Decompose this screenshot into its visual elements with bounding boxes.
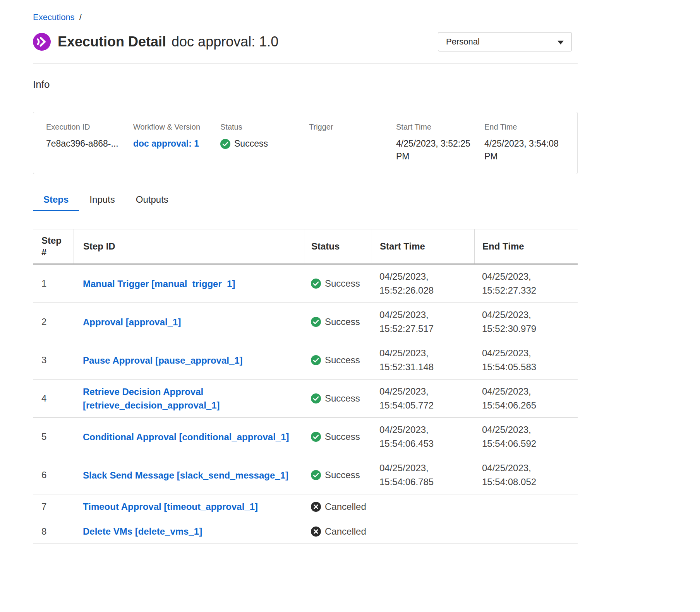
table-row: 5 Conditional Approval [conditional_appr… xyxy=(33,418,578,456)
table-row: 4 Retrieve Decision Approval [retrieve_d… xyxy=(33,380,578,418)
start-time-value: 4/25/2023, 3:52:25 PM xyxy=(396,137,479,163)
header-start-time: Start Time xyxy=(372,229,474,263)
step-status: Cancelled xyxy=(311,526,372,537)
step-id-link[interactable]: Manual Trigger [manual_trigger_1] xyxy=(83,277,235,291)
status-icon xyxy=(311,470,321,480)
status-text: Success xyxy=(325,470,360,480)
execution-detail-page: Executions / Execution Detail doc approv… xyxy=(33,0,578,544)
info-label: Execution ID xyxy=(46,122,133,132)
status-text: Cancelled xyxy=(325,501,366,512)
step-id-link[interactable]: Approval [approval_1] xyxy=(83,315,181,329)
status-icon xyxy=(311,355,321,365)
step-id-link[interactable]: Conditional Approval [conditional_approv… xyxy=(83,430,289,444)
workspace-dropdown-value: Personal xyxy=(446,37,480,47)
header-step-id: Step ID xyxy=(74,229,304,263)
step-number: 4 xyxy=(41,393,46,403)
step-number: 6 xyxy=(41,470,46,480)
info-field-execution-id: Execution ID 7e8ac396-a868-... xyxy=(46,122,133,163)
step-end-time: 04/25/2023, 15:52:30.979 xyxy=(482,308,552,336)
info-field-workflow-version: Workflow & Version doc approval: 1 xyxy=(133,122,220,163)
step-start-time: 04/25/2023, 15:54:06.785 xyxy=(379,461,449,489)
info-field-trigger: Trigger xyxy=(309,122,396,163)
info-label: Trigger xyxy=(309,122,396,132)
step-status: Success xyxy=(311,470,372,480)
info-section-divider xyxy=(33,100,578,100)
status-text: Success xyxy=(325,393,360,404)
step-id-link[interactable]: Timeout Approval [timeout_approval_1] xyxy=(83,500,258,513)
info-label: End Time xyxy=(484,122,577,132)
status-text: Success xyxy=(325,431,360,442)
status-text: Success xyxy=(325,316,360,327)
step-id-link[interactable]: Slack Send Message [slack_send_message_1… xyxy=(83,468,288,482)
table-row: 3 Pause Approval [pause_approval_1] Succ… xyxy=(33,341,578,380)
status-icon xyxy=(311,527,321,537)
step-start-time: 04/25/2023, 15:54:06.453 xyxy=(379,423,449,451)
status-icon xyxy=(311,317,321,327)
step-start-time: 04/25/2023, 15:52:27.517 xyxy=(379,308,449,336)
step-end-time: 04/25/2023, 15:54:06.592 xyxy=(482,423,552,451)
step-status: Success xyxy=(311,316,372,327)
steps-table-header: Step # Step ID Status Start Time End Tim… xyxy=(33,229,578,265)
tab-steps[interactable]: Steps xyxy=(33,190,79,211)
header-step-number: Step # xyxy=(33,229,74,263)
breadcrumb-separator: / xyxy=(79,12,82,22)
workflow-version-link[interactable]: doc approval: 1 xyxy=(133,138,199,149)
step-id-link[interactable]: Delete VMs [delete_vms_1] xyxy=(83,525,202,538)
step-status: Cancelled xyxy=(311,501,372,512)
table-row: 6 Slack Send Message [slack_send_message… xyxy=(33,456,578,494)
status-text: Cancelled xyxy=(325,526,366,537)
step-end-time: 04/25/2023, 15:54:06.265 xyxy=(482,385,552,412)
status-icon xyxy=(311,393,321,403)
step-status: Success xyxy=(311,431,372,442)
step-number: 8 xyxy=(41,526,46,537)
table-row: 1 Manual Trigger [manual_trigger_1] Succ… xyxy=(33,265,578,303)
step-start-time: 04/25/2023, 15:54:05.772 xyxy=(379,385,449,412)
step-status: Success xyxy=(311,278,372,289)
step-number: 1 xyxy=(41,278,46,289)
status-icon xyxy=(311,279,321,289)
info-field-end-time: End Time 4/25/2023, 3:54:08 PM xyxy=(484,122,577,163)
info-label: Workflow & Version xyxy=(133,122,220,132)
breadcrumb: Executions / xyxy=(33,12,578,22)
step-end-time: 04/25/2023, 15:54:05.583 xyxy=(482,346,552,374)
step-status: Success xyxy=(311,393,372,404)
step-number: 5 xyxy=(41,431,46,442)
step-end-time: 04/25/2023, 15:52:27.332 xyxy=(482,270,552,297)
execution-id-value: 7e8ac396-a868-... xyxy=(46,137,133,150)
title-row: Execution Detail doc approval: 1.0 Perso… xyxy=(33,31,578,53)
step-start-time: 04/25/2023, 15:52:26.028 xyxy=(379,270,449,297)
execution-status-text: Success xyxy=(234,137,268,150)
step-number: 3 xyxy=(41,355,46,365)
info-label: Status xyxy=(220,122,309,132)
page-title: Execution Detail xyxy=(58,34,166,50)
step-number: 2 xyxy=(41,316,46,327)
steps-table: Step # Step ID Status Start Time End Tim… xyxy=(33,229,578,544)
success-check-icon xyxy=(220,139,230,149)
step-id-link[interactable]: Retrieve Decision Approval [retrieve_dec… xyxy=(83,385,295,412)
breadcrumb-executions-link[interactable]: Executions xyxy=(33,12,75,22)
status-text: Success xyxy=(325,278,360,289)
execution-info-card: Execution ID 7e8ac396-a868-... Workflow … xyxy=(33,112,578,174)
table-row: 8 Delete VMs [delete_vms_1] Cancelled xyxy=(33,519,578,544)
info-field-status: Status Success xyxy=(220,122,309,163)
header-status: Status xyxy=(304,229,372,263)
info-field-start-time: Start Time 4/25/2023, 3:52:25 PM xyxy=(396,122,484,163)
tab-outputs[interactable]: Outputs xyxy=(125,190,179,211)
end-time-value: 4/25/2023, 3:54:08 PM xyxy=(484,137,568,163)
steps-table-body: 1 Manual Trigger [manual_trigger_1] Succ… xyxy=(33,265,578,544)
status-text: Success xyxy=(325,355,360,366)
step-end-time: 04/25/2023, 15:54:08.052 xyxy=(482,461,552,489)
header-end-time: End Time xyxy=(474,229,578,263)
tab-inputs[interactable]: Inputs xyxy=(79,190,125,211)
info-section-title: Info xyxy=(33,79,578,91)
info-label: Start Time xyxy=(396,122,484,132)
step-number: 7 xyxy=(41,501,46,512)
table-row: 7 Timeout Approval [timeout_approval_1] … xyxy=(33,494,578,519)
workspace-dropdown[interactable]: Personal xyxy=(438,32,572,51)
header-divider xyxy=(33,63,578,64)
workflow-brand-icon xyxy=(33,33,51,51)
chevron-down-icon xyxy=(558,37,564,47)
table-row: 2 Approval [approval_1] Success 04/25/20… xyxy=(33,303,578,341)
step-id-link[interactable]: Pause Approval [pause_approval_1] xyxy=(83,354,243,367)
detail-tabs: Steps Inputs Outputs xyxy=(33,190,578,211)
